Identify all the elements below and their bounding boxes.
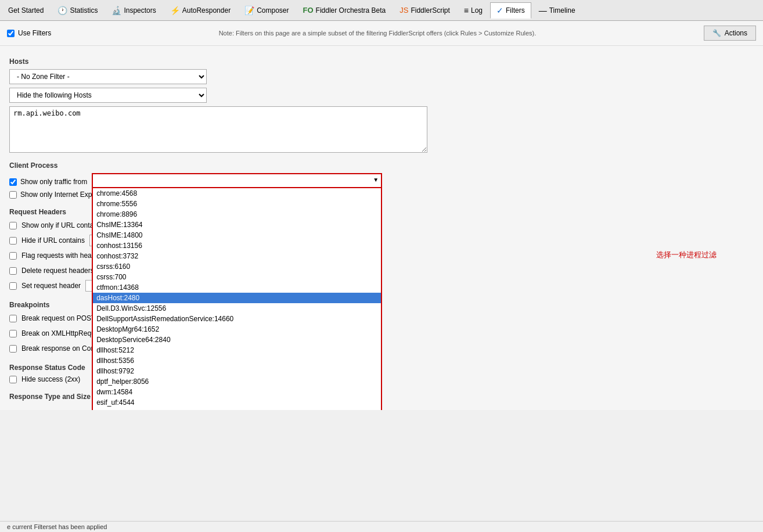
footer: e current Filterset has been applied	[0, 521, 763, 532]
flag-requests-checkbox[interactable]	[9, 252, 17, 260]
use-filters-text: Use Filters	[18, 29, 51, 37]
inspectors-icon: 🔬	[111, 6, 121, 15]
fiddlerscript-icon: JS	[400, 6, 408, 15]
tab-fiddler-orchestra[interactable]: FO Fiddler Orchestra Beta	[297, 2, 393, 19]
list-item[interactable]: chrome:8896	[93, 209, 381, 220]
list-item[interactable]: conhost:13156	[93, 240, 381, 251]
client-process-label: Client Process	[9, 161, 754, 170]
process-input-wrapper: ▼	[92, 173, 382, 188]
show-only-traffic-text: Show only traffic from	[20, 178, 87, 186]
show-only-traffic-row: Show only traffic from ▼ chrome:4568chro…	[9, 173, 754, 188]
flag-requests-label: Flag requests with head	[21, 251, 95, 260]
use-filters-checkbox[interactable]	[7, 30, 15, 37]
top-bar: Use Filters Note: Filters on this page a…	[0, 21, 763, 46]
tab-label: Inspectors	[124, 6, 156, 15]
hosts-section-label: Hosts	[9, 57, 754, 66]
hide-url-checkbox[interactable]	[9, 237, 17, 245]
hosts-textarea[interactable]: rm.api.weibo.com	[9, 106, 427, 153]
hosts-textarea-wrapper: rm.api.weibo.com	[9, 106, 427, 154]
list-item[interactable]: esif_uf:4544	[93, 397, 381, 408]
autoresponder-icon: ⚡	[170, 6, 180, 15]
filters-icon: ✓	[496, 6, 503, 15]
actions-label: Actions	[725, 29, 747, 37]
tab-label: Get Started	[8, 6, 44, 15]
tab-autoresponder[interactable]: ⚡ AutoResponder	[164, 2, 237, 19]
list-item[interactable]: EvernoteClipper:12484	[93, 408, 381, 410]
list-item[interactable]: dllhost:5356	[93, 355, 381, 366]
client-process-section: Client Process Show only traffic from ▼ …	[9, 161, 754, 199]
show-only-url-label: Show only if URL conta	[21, 221, 93, 229]
tab-filters[interactable]: ✓ Filters	[490, 2, 531, 19]
hide-hosts-dropdown[interactable]: Hide the following Hosts	[9, 88, 207, 103]
break-post-checkbox[interactable]	[9, 315, 17, 322]
tab-composer[interactable]: 📝 Composer	[238, 2, 295, 19]
list-item[interactable]: dptf_helper:8056	[93, 376, 381, 387]
tab-statistics[interactable]: 🕐 Statistics	[51, 2, 104, 19]
list-item[interactable]: DellSupportAssistRemedationService:14660	[93, 314, 381, 324]
hide-success-checkbox[interactable]	[9, 376, 17, 383]
hide-url-label: Hide if URL contains	[21, 236, 85, 245]
footer-filter-text: current Filterset has been applied	[12, 523, 107, 530]
list-item[interactable]: ctfmon:14368	[93, 282, 381, 293]
list-item[interactable]: ChsIME:13364	[93, 220, 381, 230]
filters-panel: Hosts - No Zone Filter - Hide the follow…	[0, 46, 763, 410]
hide-hosts-row: Hide the following Hosts	[9, 88, 754, 103]
list-item[interactable]: conhost:3732	[93, 251, 381, 261]
list-item[interactable]: DesktopService64:2840	[93, 335, 381, 345]
list-item[interactable]: dllhost:9792	[93, 366, 381, 376]
actions-button[interactable]: 🔧 Actions	[704, 26, 756, 41]
break-xml-label: Break on XMLHttpRequ	[21, 329, 95, 337]
log-icon: ≡	[464, 6, 469, 15]
list-item[interactable]: csrss:6160	[93, 261, 381, 272]
footer-text: e	[7, 523, 12, 530]
tab-bar: Get Started 🕐 Statistics 🔬 Inspectors ⚡ …	[0, 0, 763, 21]
list-item[interactable]: chrome:4568	[93, 188, 381, 199]
list-item[interactable]: csrss:700	[93, 272, 381, 282]
tab-inspectors[interactable]: 🔬 Inspectors	[105, 2, 162, 19]
tab-label: Statistics	[70, 6, 98, 15]
composer-icon: 📝	[244, 6, 254, 15]
tab-label: Log	[471, 6, 483, 15]
tab-fiddlerscript[interactable]: JS FiddlerScript	[393, 2, 456, 19]
break-post-label: Break request on POST	[21, 314, 95, 322]
break-xml-checkbox[interactable]	[9, 330, 17, 337]
fiddler-orchestra-icon: FO	[303, 6, 314, 15]
list-item[interactable]: Dell.D3.WinSvc:12556	[93, 303, 381, 314]
show-only-url-checkbox[interactable]	[9, 222, 17, 229]
break-response-checkbox[interactable]	[9, 345, 17, 353]
actions-icon: 🔧	[712, 29, 721, 37]
note-text: Note: Filters on this page are a simple …	[60, 30, 694, 37]
delete-request-checkbox[interactable]	[9, 267, 17, 275]
tab-label: FiddlerScript	[411, 6, 449, 15]
delete-request-label: Delete request headers	[21, 267, 94, 275]
tab-label: AutoResponder	[182, 6, 231, 15]
list-item[interactable]: dllhost:5212	[93, 345, 381, 355]
tab-label: Composer	[257, 6, 289, 15]
tab-log[interactable]: ≡ Log	[458, 2, 489, 19]
process-input[interactable]	[92, 173, 382, 188]
tab-label: Filters	[506, 6, 525, 15]
show-only-ie-label[interactable]: Show only Internet Exp	[9, 190, 92, 199]
list-item[interactable]: dwm:14584	[93, 387, 381, 397]
break-response-label: Break response on Con	[21, 344, 95, 353]
show-only-ie-text: Show only Internet Exp	[20, 190, 92, 199]
show-only-traffic-label[interactable]: Show only traffic from	[9, 175, 87, 186]
list-item[interactable]: dasHost:2480	[93, 293, 381, 303]
set-request-checkbox[interactable]	[9, 282, 17, 290]
process-list[interactable]: chrome:4568chrome:5556chrome:8896ChsIME:…	[92, 188, 382, 410]
annotation-text: 选择一种进程过滤	[656, 250, 717, 260]
timeline-icon: —	[539, 6, 547, 15]
list-item[interactable]: chrome:5556	[93, 199, 381, 209]
tab-get-started[interactable]: Get Started	[2, 2, 50, 19]
process-dropdown-container: ▼ chrome:4568chrome:5556chrome:8896ChsIM…	[92, 173, 382, 188]
set-request-label: Set request header	[21, 282, 81, 290]
list-item[interactable]: DesktopMgr64:1652	[93, 324, 381, 335]
show-only-traffic-checkbox[interactable]	[9, 178, 17, 186]
use-filters-label[interactable]: Use Filters	[7, 29, 51, 37]
zone-filter-dropdown[interactable]: - No Zone Filter -	[9, 69, 207, 84]
tab-timeline[interactable]: — Timeline	[532, 2, 582, 19]
hide-success-label: Hide success (2xx)	[21, 375, 80, 383]
tab-label: Fiddler Orchestra Beta	[316, 6, 386, 15]
show-only-ie-checkbox[interactable]	[9, 191, 17, 199]
list-item[interactable]: ChsIME:14800	[93, 230, 381, 240]
